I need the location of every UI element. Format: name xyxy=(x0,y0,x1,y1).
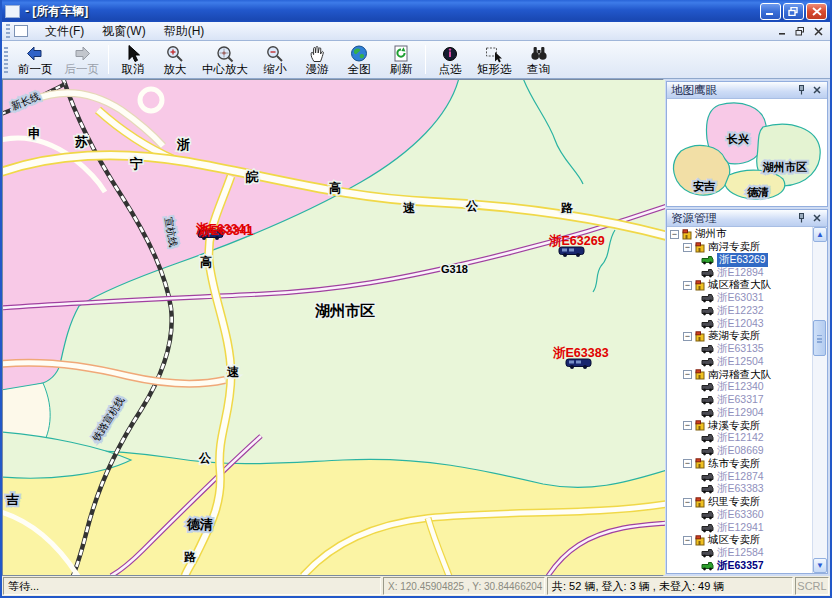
vehicle-icon xyxy=(701,446,714,456)
resource-panel: 资源管理 −湖州市−南浔专卖所浙E63269浙E12894−城区稽查大队浙E63… xyxy=(666,209,828,574)
menu-item-2[interactable]: 帮助(H) xyxy=(155,22,214,40)
tree-vehicle-item[interactable]: 浙E12941 xyxy=(667,521,812,534)
tree-root-item[interactable]: −湖州市 xyxy=(667,228,812,241)
scroll-down-button[interactable]: ▼ xyxy=(813,558,827,573)
scroll-up-button[interactable]: ▲ xyxy=(813,227,827,242)
tree-group-item[interactable]: −织里专卖所 xyxy=(667,496,812,509)
mdi-close-icon xyxy=(814,27,823,36)
toolbar-drag-handle[interactable] xyxy=(4,47,8,73)
tree-collapse-toggle[interactable]: − xyxy=(683,421,692,430)
pin-button[interactable] xyxy=(795,84,808,96)
tree-collapse-toggle[interactable]: − xyxy=(683,243,692,252)
full-map-button[interactable]: 全图 xyxy=(338,42,380,77)
tree-collapse-toggle[interactable]: − xyxy=(683,498,692,507)
arrow-right-icon xyxy=(72,44,92,63)
map-label: 路 xyxy=(183,550,197,564)
tree-vehicle-item[interactable]: 浙E12232 xyxy=(667,305,812,318)
tree-group-item[interactable]: −菱湖专卖所 xyxy=(667,330,812,343)
scroll-track[interactable] xyxy=(813,242,827,558)
tree-collapse-toggle[interactable]: − xyxy=(683,281,692,290)
tree-group-item[interactable]: −练市专卖所 xyxy=(667,458,812,471)
tree-vehicle-item[interactable]: 浙E12142 xyxy=(667,432,812,445)
globe-icon xyxy=(349,44,369,63)
query-button[interactable]: 查询 xyxy=(518,42,560,77)
tree-group-item[interactable]: −城区专卖所 xyxy=(667,534,812,547)
pin-button[interactable] xyxy=(795,212,808,224)
vehicle-icon xyxy=(701,255,714,265)
tree-group-item[interactable]: −埭溪专卖所 xyxy=(667,419,812,432)
resource-panel-title: 资源管理 xyxy=(671,211,793,226)
tree-vehicle-item[interactable]: 浙E63357 xyxy=(667,560,812,573)
menu-item-1[interactable]: 视窗(W) xyxy=(93,22,154,40)
tree-collapse-toggle[interactable]: − xyxy=(683,370,692,379)
organization-icon xyxy=(695,535,705,546)
tree-vehicle-item[interactable]: 浙E63135 xyxy=(667,343,812,356)
zoom-center-button[interactable]: 中心放大 xyxy=(196,42,254,77)
overview-map[interactable]: 长兴湖州市区安吉德清 xyxy=(667,99,827,206)
cancel-label: 取消 xyxy=(122,63,145,76)
restore-button[interactable] xyxy=(783,3,804,20)
tree-vehicle-item[interactable]: 浙E12340 xyxy=(667,381,812,394)
organization-icon xyxy=(695,280,705,291)
tree-scrollbar[interactable]: ▲ ▼ xyxy=(812,227,827,573)
tree-collapse-toggle[interactable]: − xyxy=(683,536,692,545)
mdi-close-button[interactable] xyxy=(810,24,826,38)
vehicle-icon xyxy=(701,319,714,329)
tree-group-item[interactable]: −南浔专卖所 xyxy=(667,241,812,254)
tree-vehicle-item[interactable]: 浙E12584 xyxy=(667,547,812,560)
tree-vehicle-item[interactable]: 浙E12874 xyxy=(667,470,812,483)
tree-collapse-toggle[interactable]: − xyxy=(683,332,692,341)
vehicle-icon xyxy=(701,293,714,303)
tree-item-label: 浙E02387 xyxy=(717,572,764,573)
tree-vehicle-item[interactable]: 浙E63031 xyxy=(667,292,812,305)
menu-item-0[interactable]: 文件(F) xyxy=(36,22,93,40)
status-vehicle-counts: 共: 52 辆, 登入: 3 辆 , 未登入: 49 辆 xyxy=(547,577,793,595)
tree-vehicle-item[interactable]: 浙E12504 xyxy=(667,356,812,369)
tree-group-item[interactable]: −南浔稽查大队 xyxy=(667,368,812,381)
tree-vehicle-item[interactable]: 浙E12043 xyxy=(667,317,812,330)
close-button[interactable] xyxy=(806,3,827,20)
zoom-in-button[interactable]: 放大 xyxy=(154,42,196,77)
map-label: 高 xyxy=(200,255,212,269)
map-label: 公 xyxy=(198,451,212,465)
overview-close-button[interactable] xyxy=(810,84,823,96)
tree-vehicle-item[interactable]: 浙E63383 xyxy=(667,483,812,496)
tree-vehicle-item[interactable]: 浙E63269 xyxy=(667,254,812,267)
vehicle-icon xyxy=(701,344,714,354)
vehicle-icon xyxy=(701,472,714,482)
tree-collapse-toggle[interactable]: − xyxy=(670,230,679,239)
mdi-document-icon[interactable] xyxy=(14,25,28,37)
organization-icon xyxy=(682,229,692,240)
vehicle-plate-label: 浙E63269 xyxy=(548,234,605,248)
tree-vehicle-item[interactable]: 浙E63360 xyxy=(667,509,812,522)
status-scroll-lock: SCRL xyxy=(795,577,829,595)
cancel-button[interactable]: 取消 xyxy=(112,42,154,77)
refresh-button[interactable]: 刷新 xyxy=(380,42,422,77)
prev-page-button[interactable]: 前一页 xyxy=(12,42,59,77)
map-canvas[interactable]: 申苏宁浙皖高速公路高速公路G318湖州市区德清吉宣杭线铁路宣杭线新长线 浙E63… xyxy=(2,79,664,576)
tree-vehicle-item[interactable]: 浙E12904 xyxy=(667,407,812,420)
vehicle-icon xyxy=(701,268,714,278)
scroll-thumb[interactable] xyxy=(813,320,826,356)
zoom-out-button[interactable]: 缩小 xyxy=(254,42,296,77)
tree-group-item[interactable]: −城区稽查大队 xyxy=(667,279,812,292)
resource-close-button[interactable] xyxy=(810,212,823,224)
pan-button[interactable]: 漫游 xyxy=(296,42,338,77)
mdi-restore-button[interactable] xyxy=(792,24,808,38)
menu-drag-handle[interactable] xyxy=(6,24,10,38)
map-label: 吉 xyxy=(6,492,19,507)
tree-vehicle-item[interactable]: 浙E02387 xyxy=(667,572,812,573)
status-coordinates: X: 120.45904825 , Y: 30.84466204 xyxy=(383,577,545,595)
tree-collapse-toggle[interactable]: − xyxy=(683,459,692,468)
rect-select-button[interactable]: 矩形选 xyxy=(471,42,518,77)
arrow-left-icon xyxy=(25,44,45,63)
tree-vehicle-item[interactable]: 浙E63317 xyxy=(667,394,812,407)
pan-hand-icon xyxy=(307,44,327,63)
tree-vehicle-item[interactable]: 浙E12894 xyxy=(667,266,812,279)
vehicle-marker[interactable]: 浙E63341浙E63341 xyxy=(195,222,254,240)
tree-vehicle-item[interactable]: 浙E08669 xyxy=(667,445,812,458)
minimize-button[interactable] xyxy=(760,3,781,20)
mdi-minimize-button[interactable] xyxy=(774,24,790,38)
zoom-out-label: 缩小 xyxy=(264,63,287,76)
point-select-button[interactable]: 点选 xyxy=(429,42,471,77)
